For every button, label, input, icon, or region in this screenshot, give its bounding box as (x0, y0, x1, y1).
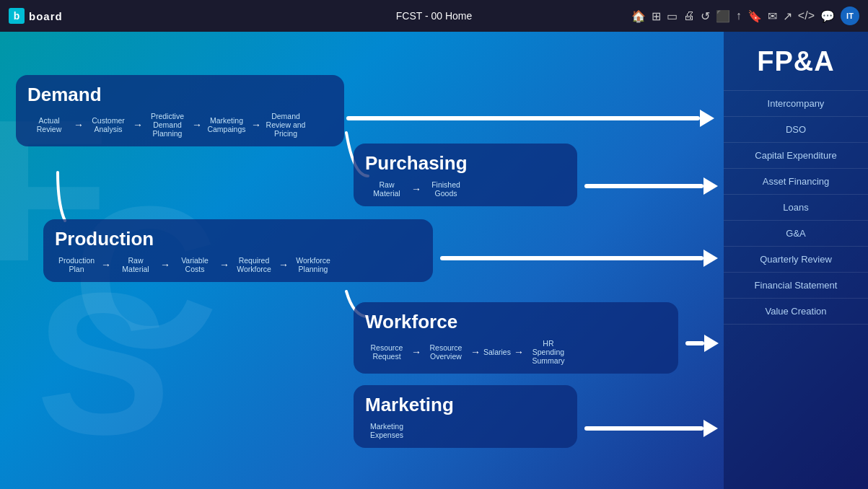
fpa-item-capex[interactable]: Capital Expenditure (724, 142, 868, 168)
fpa-item-quarterly[interactable]: Quarterly Review (724, 246, 868, 272)
code-icon[interactable]: </> (798, 9, 815, 22)
sidebar-icon[interactable]: ▭ (667, 9, 678, 23)
purchasing-card[interactable]: Purchasing Raw Material → Finished Goods (354, 144, 577, 206)
screen-icon[interactable]: ⬛ (716, 9, 730, 23)
fpa-title: FP&A (757, 46, 834, 77)
arrow-marketing-fpa (584, 420, 718, 437)
marketing-steps: Marketing Expenses (365, 422, 566, 439)
demand-step-5: Demand Review and Pricing (264, 112, 307, 138)
page-title: FCST - 00 Home (396, 10, 473, 22)
workforce-arrow-1: → (411, 346, 421, 358)
workforce-arrow-3: → (514, 346, 524, 358)
marketing-step-1: Marketing Expenses (365, 422, 408, 439)
production-step-5: Workforce Planning (291, 256, 335, 273)
demand-step-4: Marketing Campaings (205, 116, 248, 133)
watermark-3: S (36, 263, 171, 464)
home-icon[interactable]: 🏠 (631, 9, 646, 23)
demand-arrow-4: → (251, 119, 261, 131)
workforce-steps: Resource Request → Resource Overview → S… (365, 339, 667, 365)
demand-arrow-1: → (74, 119, 84, 131)
topbar: b board FCST - 00 Home 🏠 ⊞ ▭ 🖨 ↺ ⬛ ↑ 🔖 ✉… (0, 0, 868, 32)
avatar[interactable]: IT (841, 6, 859, 25)
main-canvas: F C S Demand Actual Review → Custo (0, 32, 868, 489)
workforce-arrow-2: → (470, 346, 481, 358)
production-title: Production (55, 228, 421, 250)
workforce-title: Workforce (365, 311, 667, 333)
fpa-panel: FP&A Intercompany DSO Capital Expenditur… (724, 32, 868, 489)
demand-title: Demand (27, 84, 333, 106)
workforce-step-3: Salaries (483, 348, 511, 356)
fpa-item-dso[interactable]: DSO (724, 116, 868, 142)
fpa-item-loans[interactable]: Loans (724, 194, 868, 220)
mail-icon[interactable]: ✉ (768, 9, 777, 23)
fpa-item-intercompany[interactable]: Intercompany (724, 90, 868, 116)
production-steps: Production Plan → Raw Material → Variabl… (55, 256, 421, 273)
purchasing-title: Purchasing (365, 152, 566, 175)
demand-step-1: Actual Review (27, 116, 71, 133)
board-logo-b: b (9, 8, 25, 24)
purchasing-step-2: Finished Goods (424, 180, 468, 198)
arrow-production-fpa (440, 250, 718, 267)
production-arrow-3: → (219, 259, 229, 270)
arrow-workforce-fpa (685, 335, 719, 352)
chat-icon[interactable]: 💬 (820, 9, 835, 23)
demand-arrow-2: → (133, 119, 143, 131)
production-arrow-2: → (160, 259, 170, 270)
arrow-demand-fpa (346, 110, 714, 127)
demand-card[interactable]: Demand Actual Review → Customer Analysis… (16, 75, 344, 146)
purchasing-step-1: Raw Material (365, 180, 408, 198)
fpa-item-asset-financing[interactable]: Asset Financing (724, 168, 868, 194)
fpa-item-value[interactable]: Value Creation (724, 298, 868, 325)
purchasing-steps: Raw Material → Finished Goods (365, 180, 566, 198)
forward-icon[interactable]: ↗ (783, 9, 792, 23)
marketing-title: Marketing (365, 394, 566, 416)
production-step-3: Variable Costs (173, 256, 216, 273)
production-arrow-4: → (279, 259, 289, 270)
production-step-2: Raw Material (114, 256, 157, 273)
production-card[interactable]: Production Production Plan → Raw Materia… (43, 219, 433, 282)
production-step-4: Required Workforce (232, 256, 276, 273)
demand-step-2: Customer Analysis (87, 116, 130, 133)
grid-icon[interactable]: ⊞ (652, 9, 661, 23)
workforce-step-2: Resource Overview (424, 343, 468, 361)
marketing-card[interactable]: Marketing Marketing Expenses (354, 385, 577, 448)
refresh-icon[interactable]: ↺ (701, 9, 710, 23)
print-icon[interactable]: 🖨 (683, 9, 695, 22)
arrow-purchasing-fpa (584, 177, 718, 195)
workforce-card[interactable]: Workforce Resource Request → Resource Ov… (354, 302, 678, 374)
production-step-1: Production Plan (55, 256, 98, 273)
toolbar-icons: 🏠 ⊞ ▭ 🖨 ↺ ⬛ ↑ 🔖 ✉ ↗ </> 💬 IT (631, 6, 859, 25)
logo-area: b board (9, 8, 63, 24)
demand-arrow-3: → (192, 119, 202, 131)
production-arrow-1: → (101, 259, 111, 270)
upload-icon[interactable]: ↑ (736, 9, 742, 22)
purchasing-arrow-1: → (411, 183, 421, 195)
fpa-item-financial[interactable]: Financial Statement (724, 272, 868, 298)
demand-step-3: Predictive Demand Planning (146, 112, 189, 138)
bookmark-icon[interactable]: 🔖 (748, 9, 762, 23)
board-logo-text: board (29, 10, 63, 22)
workforce-step-1: Resource Request (365, 343, 408, 361)
fpa-item-gna[interactable]: G&A (724, 220, 868, 246)
workforce-step-4: HR Spending Summary (527, 339, 570, 365)
demand-steps: Actual Review → Customer Analysis → Pred… (27, 112, 333, 138)
